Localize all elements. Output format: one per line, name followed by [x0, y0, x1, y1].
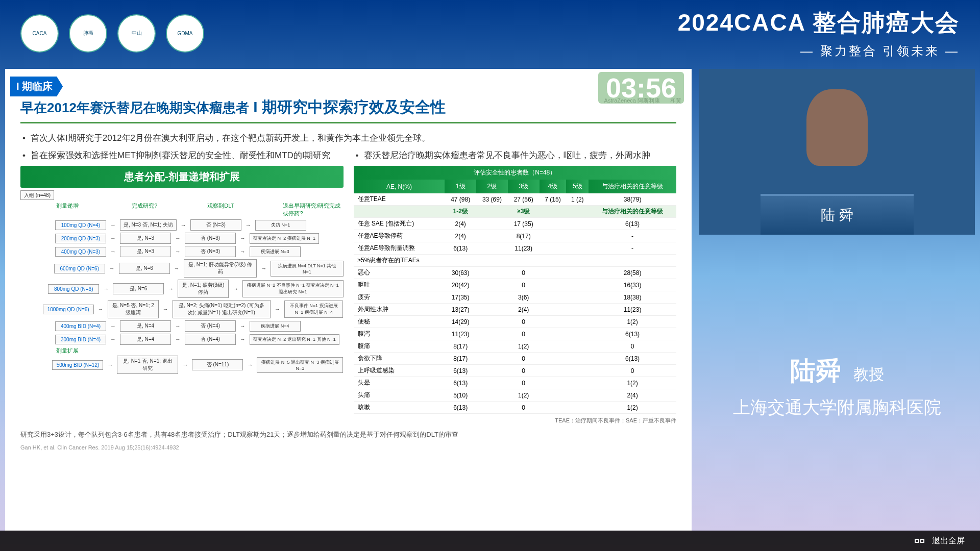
event-header: CACA 肺癌 中山 GDMA 2024CACA 整合肺癌大会 — 聚力整合 引…: [20, 10, 960, 56]
table-col-header: AE, N(%): [354, 180, 445, 193]
bullet-2: 旨在探索强效和选择性MET抑制剂赛沃替尼的安全性、耐受性和MTD的I期研究: [20, 149, 344, 162]
podium-nameplate: 陆 舜: [761, 194, 914, 235]
flow-row: 400mg QD (N=3)→是, N=3→否 (N=3)→疾病进展 N=3: [20, 246, 344, 257]
table-main-header: 评估安全性的患者数（N=48）: [354, 166, 677, 180]
table-row: 任意TEAE47 (98)33 (69)27 (56)7 (15)1 (2)38…: [354, 193, 677, 206]
col-label-4: 退出早期研究/研究完成或停药?: [283, 202, 343, 217]
table-row: 任意AE导致停药2(4)8(17)-: [354, 230, 677, 242]
table-row: 头痛5(10)1(2)2(4): [354, 389, 677, 402]
flow-row: 400mg BID (N=4)→是, N=4→否 (N=4)→疾病进展 N=4: [20, 320, 344, 332]
table-legend: TEAE：治疗期间不良事件；SAE：严重不良事件: [354, 417, 677, 424]
table-row: 1-2级≥3级与治疗相关的任意等级: [354, 206, 677, 218]
flow-row: 200mg QD (N=3)→是, N=3→否 (N=3)→研究者决定 N=2 …: [20, 233, 344, 244]
speaker-info: 陆舜 教授 上海交通大学附属胸科医院: [699, 242, 975, 531]
logo-caca: CACA: [20, 14, 59, 53]
col-label-2: 完成研究?: [132, 202, 192, 217]
speaker-figure: [806, 89, 868, 166]
table-col-header: 1级: [445, 180, 476, 193]
table-row: 食欲下降8(17)06(13): [354, 353, 677, 365]
speaker-video[interactable]: 陆 舜: [699, 69, 975, 235]
ae-table: 评估安全性的患者数（N=48） AE, N(%)1级2级3级4级5级与治疗相关的…: [354, 166, 677, 414]
table-col-header: 4级: [540, 180, 567, 193]
flow-diagram: 入组 (n=48) 剂量递增 完成研究? 观察到DLT 退出早期研究/研究完成或…: [20, 192, 344, 374]
table-col-header: 5级: [566, 180, 589, 193]
speaker-org: 上海交通大学附属胸科医院: [733, 396, 941, 419]
logo-lung: 肺癌: [69, 14, 107, 53]
footnote: 研究采用3+3设计，每个队列包含3-6名患者，共有48名患者接受治疗；DLT观察…: [20, 430, 676, 440]
table-row: 咳嗽6(13)01(2): [354, 402, 677, 414]
slide-title: 早在2012年赛沃替尼在晚期实体瘤患者 I 期研究中探索疗效及安全性: [20, 97, 676, 123]
table-row: ≥5%患者存在的TEAEs: [354, 255, 677, 267]
table-row: 腹痛8(17)1(2)0: [354, 340, 677, 353]
col-label-3: 观察到DLT: [207, 202, 267, 217]
event-title: 2024CACA 整合肺癌大会: [678, 7, 960, 39]
fullscreen-exit-icon[interactable]: [915, 539, 924, 543]
title-prefix: 早在2012年赛沃替尼在晚期实体瘤患者: [20, 100, 249, 115]
flow-row: 600mg QD (N=6)→是, N=6→是, N=1; 肝功能异常(3级) …: [20, 259, 344, 278]
video-controls[interactable]: 退出全屏: [0, 531, 980, 551]
flow-header: 患者分配-剂量递增和扩展: [20, 166, 344, 188]
phase-tag: I 期临床: [10, 77, 63, 96]
table-col-header: 2级: [476, 180, 508, 193]
logo-gdma: GDMA: [166, 14, 204, 53]
sponsor-logos: CACA 肺癌 中山 GDMA: [20, 14, 204, 53]
entry-box: 入组 (n=48): [20, 190, 54, 200]
presentation-timer: 03:56: [598, 72, 684, 104]
flow-row: 500mg BID (N=12)→是, N=1 否, N=1; 退出研究→否 (…: [20, 356, 344, 374]
table-col-header: 与治疗相关的任意等级: [589, 180, 676, 193]
flow-row: 800mg QD (N=6)→是, N=6→是, N=1; 疲劳(3级) 停药→…: [20, 280, 344, 298]
table-row: 头晕6(13)01(2): [354, 377, 677, 389]
table-row: 外周性水肿13(27)2(4)11(23): [354, 304, 677, 316]
table-row: 呕吐20(42)016(33): [354, 279, 677, 291]
citation: Gan HK, et al. Clin Cancer Res. 2019 Aug…: [20, 444, 676, 450]
bullet-1: 首次人体I期研究于2012年2月份在澳大利亚启动，在这个靶点新药开发上，和黄作为…: [20, 132, 676, 145]
speaker-title: 教授: [853, 366, 884, 383]
presentation-slide: I 期临床 03:56 AstraZeneca 阿斯利康 和黄 早在2012年赛…: [5, 69, 692, 531]
table-row: 腹泻11(23)06(13): [354, 328, 677, 340]
table-row: 任意 SAE (包括死亡)2(4)17 (35)6(13): [354, 218, 677, 230]
flow-row: 300mg BID (N=4)→是, N=4→否 (N=4)→研究者决定 N=2…: [20, 334, 344, 345]
table-col-header: 3级: [508, 180, 540, 193]
table-row: 上呼吸道感染6(13)00: [354, 365, 677, 377]
event-subtitle: — 聚力整合 引领未来 —: [678, 43, 960, 59]
table-row: 恶心30(63)028(58): [354, 267, 677, 279]
speaker-name: 陆舜: [790, 357, 841, 385]
bullet-3: 赛沃替尼治疗晚期实体瘤患者常见不良事件为恶心，呕吐，疲劳，外周水肿: [354, 149, 677, 162]
exit-fullscreen-button[interactable]: 退出全屏: [932, 536, 965, 546]
flow-row: 100mg QD (N=4)→是, N=3 否, N=1; 失访→否 (N=3)…: [20, 219, 344, 231]
flow-row: 1000mg QD (N=6)→是, N=5 否, N=1; 2级腹泻→是, N…: [20, 300, 344, 318]
table-row: 任意AE导致剂量调整6(13)11(23)-: [354, 242, 677, 255]
logo-sysu: 中山: [117, 14, 156, 53]
table-row: 便秘14(29)01(2): [354, 316, 677, 328]
col-label-1: 剂量递增: [56, 202, 116, 217]
title-highlight: I 期研究中探索疗效及安全性: [249, 98, 446, 115]
table-row: 疲劳17(35)3(6)18(38): [354, 291, 677, 304]
